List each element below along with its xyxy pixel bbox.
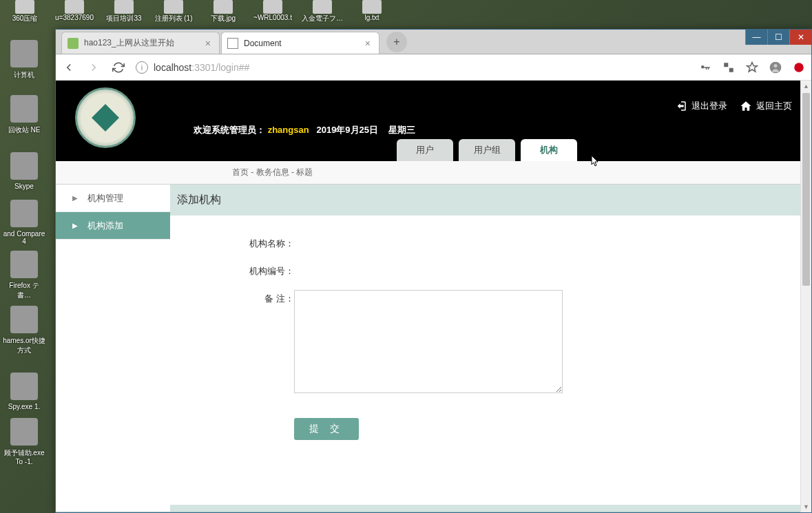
browser-tab[interactable]: Document × — [221, 32, 379, 54]
browser-tabs-bar: hao123_上网从这里开始 × Document × + — [56, 30, 811, 54]
browser-tab[interactable]: hao123_上网从这里开始 × — [61, 32, 220, 54]
desktop-top-row: 360压缩u=38237690项目培训33注册列表 (1)下载.jpg~WRL0… — [0, 0, 812, 25]
svg-point-2 — [794, 63, 804, 72]
module-tab[interactable]: 用户 — [397, 139, 453, 161]
desktop-icon[interactable]: ~WRL0003.t — [248, 0, 298, 25]
sidebar-item[interactable]: ▶机构添加 — [56, 212, 170, 240]
star-icon[interactable] — [745, 61, 759, 74]
desktop-icon[interactable]: and Compare 4 — [0, 193, 48, 248]
scroll-down-icon[interactable]: ▼ — [801, 501, 811, 512]
scrollbar-thumb[interactable] — [802, 93, 810, 286]
desktop-icon[interactable]: Spy.exe 1. — [0, 358, 48, 413]
desktop-icon[interactable]: 下载.jpg — [198, 0, 248, 25]
chevron-right-icon: ▶ — [72, 194, 78, 202]
close-button[interactable]: ✕ — [789, 30, 811, 45]
svg-point-1 — [774, 64, 778, 67]
key-icon[interactable] — [698, 61, 712, 74]
form-card: 机构名称： 机构编号： 备 注： 提 交 — [170, 216, 804, 505]
document-favicon-icon — [227, 38, 238, 49]
translate-icon[interactable] — [722, 61, 736, 74]
main-content: 添加机构 机构名称： 机构编号： 备 注： 提 交 — [170, 185, 811, 512]
home-button[interactable]: 返回主页 — [740, 100, 792, 112]
desktop-icon[interactable]: Firefox テ書… — [0, 248, 48, 303]
logout-icon — [675, 100, 687, 112]
forward-button[interactable] — [86, 60, 101, 75]
scroll-up-icon[interactable]: ▲ — [801, 81, 811, 92]
desktop-icon[interactable]: 顾予辅助.exe To -1. — [0, 413, 48, 468]
welcome-text: 欢迎系统管理员： zhangsan 2019年9月25日 星期三 — [194, 124, 415, 136]
window-controls: — ☐ ✕ — [745, 30, 811, 45]
remark-textarea[interactable] — [294, 290, 563, 393]
desktop-icon[interactable]: lg.txt — [347, 0, 397, 25]
desktop-icon[interactable]: 入金電子フ… — [298, 0, 347, 25]
site-info-icon[interactable]: i — [136, 61, 148, 74]
toolbar-right — [698, 61, 806, 74]
module-tab[interactable]: 用户组 — [459, 139, 515, 161]
maximize-button[interactable]: ☐ — [767, 30, 789, 45]
desktop-icon[interactable]: 计算机 — [0, 28, 48, 83]
logout-button[interactable]: 退出登录 — [675, 100, 727, 112]
address-bar[interactable]: i localhost:3301/login## — [136, 58, 689, 77]
site-logo — [75, 87, 136, 148]
desktop-icon[interactable]: u=38237690 — [50, 0, 99, 25]
form-row-remark: 备 注： — [170, 290, 804, 393]
desktop-icon[interactable]: 注册列表 (1) — [149, 0, 198, 25]
home-icon — [740, 100, 752, 112]
page-header: 欢迎系统管理员： zhangsan 2019年9月25日 星期三 退出登录 返回… — [56, 81, 811, 161]
breadcrumb: 首页 - 教务信息 - 标题 — [56, 161, 811, 185]
org-code-label: 机构编号： — [170, 262, 294, 278]
logout-label: 退出登录 — [691, 100, 727, 112]
browser-window: — ☐ ✕ hao123_上网从这里开始 × Document × + i — [55, 29, 812, 513]
org-name-label: 机构名称： — [170, 235, 294, 250]
form-row-name: 机构名称： — [170, 235, 804, 250]
back-button[interactable] — [61, 60, 76, 75]
desktop-left-col: 计算机回收站 NESkypeand Compare 4Firefox テ書…ha… — [0, 28, 55, 468]
tab-title: Document — [244, 39, 362, 48]
remark-label: 备 注： — [170, 290, 294, 305]
extension-icon[interactable] — [792, 61, 806, 74]
minimize-button[interactable]: — — [745, 30, 767, 45]
breadcrumb-item[interactable]: 首页 — [232, 167, 249, 177]
profile-icon[interactable] — [769, 61, 782, 74]
url-bar: i localhost:3301/login## — [56, 54, 811, 81]
header-actions: 退出登录 返回主页 — [675, 100, 792, 112]
reload-button[interactable] — [111, 60, 126, 75]
desktop-icon[interactable]: 回收站 NE — [0, 83, 48, 138]
vertical-scrollbar[interactable]: ▲ ▼ — [800, 81, 811, 512]
page-viewport: 欢迎系统管理员： zhangsan 2019年9月25日 星期三 退出登录 返回… — [56, 81, 811, 512]
desktop-icon[interactable]: 360压缩 — [0, 0, 50, 25]
sidebar-item[interactable]: ▶机构管理 — [56, 185, 170, 212]
close-icon[interactable]: × — [202, 38, 214, 49]
desktop-icon[interactable]: 项目培训33 — [99, 0, 149, 25]
hao123-favicon-icon — [67, 38, 79, 49]
sidebar-item-label: 机构添加 — [87, 220, 123, 232]
chevron-right-icon: ▶ — [72, 222, 78, 229]
form-row-code: 机构编号： — [170, 262, 804, 278]
breadcrumb-item: 标题 — [296, 167, 313, 177]
new-tab-button[interactable]: + — [386, 32, 407, 52]
module-tabs: 用户用户组机构 — [397, 139, 577, 161]
home-label: 返回主页 — [756, 100, 792, 112]
sidebar-item-label: 机构管理 — [87, 192, 123, 205]
close-icon[interactable]: × — [362, 38, 373, 49]
submit-button[interactable]: 提 交 — [294, 418, 359, 440]
module-tab[interactable]: 机构 — [521, 139, 577, 161]
page-title: 添加机构 — [170, 185, 811, 216]
page-body: ▶机构管理▶机构添加 添加机构 机构名称： 机构编号： 备 注： 提 交 — [56, 185, 811, 512]
tab-title: hao123_上网从这里开始 — [84, 37, 202, 49]
desktop-icon[interactable]: Skype — [0, 138, 48, 193]
desktop-icon[interactable]: hames.or快捷方式 — [0, 303, 48, 358]
sidebar: ▶机构管理▶机构添加 — [56, 185, 170, 512]
url-text: localhost:3301/login## — [154, 62, 249, 73]
breadcrumb-item[interactable]: 教务信息 — [256, 167, 289, 177]
